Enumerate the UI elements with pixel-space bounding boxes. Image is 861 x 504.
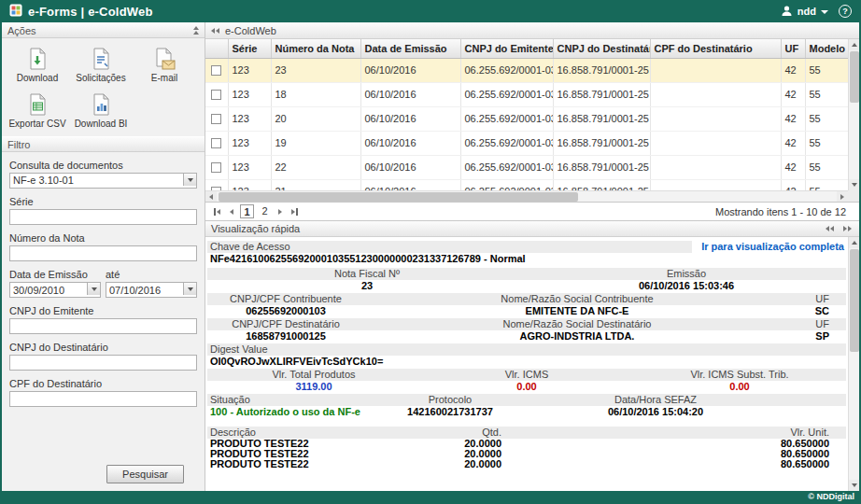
dest-cnpj-value: 16858791000125: [207, 330, 364, 343]
scroll-right-icon[interactable]: [837, 191, 848, 203]
prev-page-button[interactable]: [227, 207, 236, 217]
row-checkbox[interactable]: [211, 162, 221, 173]
scroll-down-icon[interactable]: [849, 480, 860, 491]
scroll-left-icon[interactable]: [205, 191, 217, 203]
page-2-button[interactable]: 2: [258, 204, 272, 218]
app-window: e-Forms | e-ColdWeb ndd ? Ações Downl: [0, 0, 861, 504]
download-bi-label: Download BI: [75, 119, 128, 129]
contrib-uf-label: UF: [790, 293, 846, 305]
digest-value: OI0QvROJwXLIRFVEivTcSdYCk10=: [207, 356, 846, 368]
date-dropdown-icon[interactable]: [183, 283, 196, 295]
filter-panel-header: Filtro: [2, 136, 205, 152]
requests-icon: [89, 47, 113, 71]
col-cpf-destinatario[interactable]: CPF do Destinatário: [650, 39, 781, 58]
download-bi-button[interactable]: Download BI: [69, 89, 133, 134]
col-cnpj-destinatario[interactable]: CNPJ do Destinatário: [553, 39, 650, 58]
serie-label: Série: [9, 196, 197, 207]
chevron-down-icon[interactable]: [821, 10, 828, 14]
serie-input[interactable]: [9, 209, 197, 225]
date-dropdown-icon[interactable]: [87, 283, 100, 295]
solicitacoes-button[interactable]: Solicitações: [69, 43, 133, 89]
scroll-up-icon[interactable]: [849, 39, 860, 50]
numero-nota-input[interactable]: [9, 245, 197, 261]
col-uf[interactable]: UF: [781, 39, 805, 58]
chave-acesso-value: NFe4216100625569200010355123000000023133…: [207, 253, 846, 265]
row-checkbox[interactable]: [211, 90, 221, 100]
table-row[interactable]: 123 23 06/10/2016 06.255.692/0001-03 16.…: [205, 58, 848, 82]
download-bi-icon: [89, 92, 113, 117]
main-area: e-ColdWeb Série Número da Nota Data de E…: [205, 22, 859, 491]
cnpj-emitente-input[interactable]: [9, 318, 197, 334]
col-data-emissao[interactable]: Data de Emissão: [360, 39, 460, 58]
contrib-nome-label: Nome/Razão Social Contribuente: [364, 293, 790, 305]
solicitacoes-label: Solicitações: [76, 73, 125, 83]
col-modelo[interactable]: Modelo: [805, 39, 848, 58]
main-header: e-ColdWeb: [205, 22, 859, 39]
col-select: [205, 39, 228, 58]
scrollbar-thumb[interactable]: [850, 51, 859, 103]
consulta-documentos-label: Consulta de documentos: [9, 160, 197, 171]
previous-record-icon[interactable]: [826, 226, 834, 231]
collapse-up-icon[interactable]: [193, 26, 199, 35]
scrollbar-thumb[interactable]: [219, 192, 578, 202]
pagination-status: Mostrando itens 1 - 10 de 12: [715, 206, 854, 217]
consulta-documentos-select[interactable]: NF-e 3.10-01: [9, 173, 197, 189]
help-button[interactable]: ?: [839, 5, 852, 18]
sefaz-value: 06/10/2016 15:04:20: [534, 406, 777, 418]
copyright-text: © NDDigital: [808, 492, 854, 501]
scroll-down-icon[interactable]: [849, 179, 860, 190]
user-menu[interactable]: ndd: [797, 6, 816, 17]
preview-header: Visualização rápida: [205, 221, 859, 237]
row-checkbox[interactable]: [211, 114, 221, 124]
scrollbar-thumb[interactable]: [850, 249, 859, 352]
email-icon: [152, 47, 176, 71]
table-horizontal-scrollbar[interactable]: [205, 190, 848, 202]
ate-label: até: [106, 269, 120, 280]
col-numero-nota[interactable]: Número da Nota: [271, 39, 360, 58]
product-row: PRODUTO TESTE22 20.0000 80.650000: [207, 459, 846, 469]
actions-toolbar: Download Solicitações E-mail: [2, 38, 205, 136]
dropdown-arrow-icon[interactable]: [183, 174, 196, 186]
row-checkbox[interactable]: [211, 138, 221, 148]
actions-title: Ações: [7, 25, 36, 36]
table-row[interactable]: 123 20 06/10/2016 06.255.692/0001-03 16.…: [205, 106, 848, 131]
user-icon: [781, 5, 793, 19]
table-vertical-scrollbar[interactable]: [848, 39, 859, 190]
col-cnpj-emitente[interactable]: CNPJ do Emitente: [460, 39, 553, 58]
filter-form: Consulta de documentos NF-e 3.10-01 Séri…: [2, 152, 205, 491]
table-row[interactable]: 123 18 06/10/2016 06.255.692/0001-03 16.…: [205, 82, 848, 106]
download-button[interactable]: Download: [6, 43, 69, 89]
next-record-icon[interactable]: [843, 226, 852, 231]
cpf-destinatario-label: CPF do Destinatário: [9, 378, 197, 389]
page-1-button[interactable]: 1: [240, 204, 254, 218]
app-logo-icon: [9, 4, 22, 19]
col-serie[interactable]: Série: [228, 39, 271, 58]
pesquisar-button[interactable]: Pesquisar: [106, 465, 184, 483]
full-view-link[interactable]: Ir para visualização completa: [692, 241, 846, 253]
emissao-value: 06/10/2016 15:03:46: [527, 280, 846, 292]
collapse-left-icon[interactable]: [211, 28, 219, 34]
nota-fiscal-label: Nota Fiscal Nº: [207, 268, 527, 280]
row-checkbox[interactable]: [211, 65, 221, 76]
last-page-button[interactable]: [289, 206, 301, 217]
actions-panel-header: Ações: [2, 22, 205, 38]
cnpj-destinatario-input[interactable]: [9, 355, 197, 371]
dest-nome-value: AGRO-INDSTRIA LTDA.: [364, 330, 790, 343]
table-row[interactable]: 123 22 06/10/2016 06.255.692/0001-03 16.…: [205, 155, 848, 179]
table-row[interactable]: 123 19 06/10/2016 06.255.692/0001-03 16.…: [205, 131, 848, 155]
cpf-destinatario-input[interactable]: [9, 391, 197, 407]
exportar-csv-button[interactable]: Exportar CSV: [6, 89, 69, 134]
exportar-csv-label: Exportar CSV: [8, 119, 65, 129]
consulta-documentos-value[interactable]: NF-e 3.10-01: [9, 173, 197, 189]
situacao-value: 100 - Autorizado o uso da NF-e: [207, 406, 366, 418]
sefaz-label: Data/Hora SEFAZ: [534, 394, 777, 406]
contrib-cnpj-value: 06255692000103: [207, 305, 364, 317]
data-emissao-label: Data de Emissão: [9, 269, 106, 280]
contrib-nome-value: EMITENTE DA NFC-E: [364, 305, 790, 317]
preview-vertical-scrollbar[interactable]: [848, 237, 859, 491]
next-page-button[interactable]: [275, 207, 285, 217]
cnpj-destinatario-label: CNPJ do Destinatário: [9, 342, 197, 353]
email-button[interactable]: E-mail: [133, 43, 196, 89]
first-page-button[interactable]: [211, 206, 223, 217]
scroll-up-icon[interactable]: [849, 237, 860, 248]
